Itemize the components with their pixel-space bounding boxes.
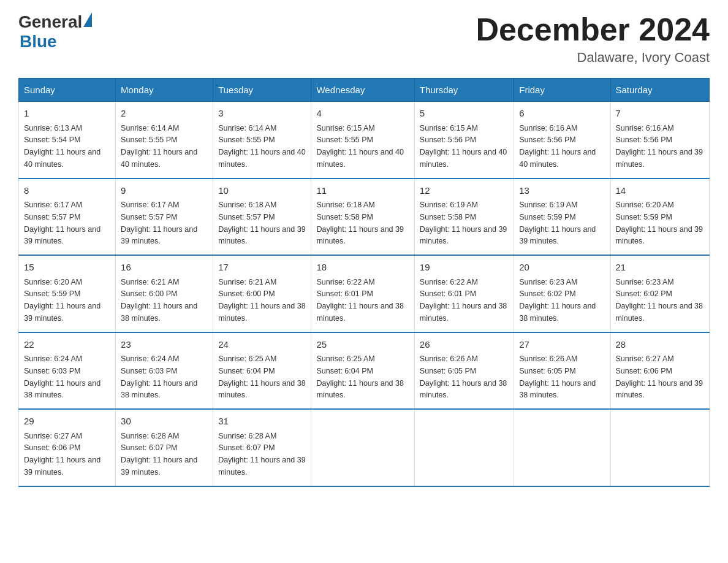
table-row: 20 Sunrise: 6:23 AMSunset: 6:02 PMDaylig… bbox=[514, 255, 610, 332]
day-number: 24 bbox=[218, 338, 306, 352]
day-info: Sunrise: 6:28 AMSunset: 6:07 PMDaylight:… bbox=[121, 432, 197, 477]
day-info: Sunrise: 6:26 AMSunset: 6:05 PMDaylight:… bbox=[519, 354, 596, 399]
day-info: Sunrise: 6:14 AMSunset: 5:55 PMDaylight:… bbox=[218, 124, 305, 169]
col-friday: Friday bbox=[514, 79, 610, 102]
day-number: 14 bbox=[616, 184, 705, 198]
day-info: Sunrise: 6:23 AMSunset: 6:02 PMDaylight:… bbox=[519, 278, 596, 323]
logo-general: General bbox=[18, 12, 82, 32]
day-number: 11 bbox=[316, 184, 409, 198]
calendar-week-row: 1 Sunrise: 6:13 AMSunset: 5:54 PMDayligh… bbox=[19, 102, 710, 178]
calendar-header-row: Sunday Monday Tuesday Wednesday Thursday… bbox=[19, 79, 710, 102]
day-number: 30 bbox=[121, 415, 208, 429]
table-row: 4 Sunrise: 6:15 AMSunset: 5:55 PMDayligh… bbox=[311, 102, 414, 178]
table-row: 15 Sunrise: 6:20 AMSunset: 5:59 PMDaylig… bbox=[19, 255, 116, 332]
day-info: Sunrise: 6:17 AMSunset: 5:57 PMDaylight:… bbox=[24, 201, 100, 245]
table-row: 24 Sunrise: 6:25 AMSunset: 6:04 PMDaylig… bbox=[213, 332, 311, 410]
day-number: 1 bbox=[24, 107, 110, 121]
table-row: 21 Sunrise: 6:23 AMSunset: 6:02 PMDaylig… bbox=[610, 255, 710, 332]
title-area: December 2024 Dalaware, Ivory Coast bbox=[476, 12, 710, 66]
day-info: Sunrise: 6:15 AMSunset: 5:55 PMDaylight:… bbox=[316, 124, 403, 169]
day-number: 23 bbox=[121, 338, 208, 352]
table-row: 2 Sunrise: 6:14 AMSunset: 5:55 PMDayligh… bbox=[116, 102, 213, 178]
table-row bbox=[514, 409, 610, 486]
day-number: 12 bbox=[420, 184, 509, 198]
table-row: 10 Sunrise: 6:18 AMSunset: 5:57 PMDaylig… bbox=[213, 178, 311, 256]
day-number: 3 bbox=[218, 107, 306, 121]
day-number: 26 bbox=[420, 338, 509, 352]
day-number: 25 bbox=[316, 338, 409, 352]
calendar-subtitle: Dalaware, Ivory Coast bbox=[476, 50, 710, 66]
table-row bbox=[610, 409, 710, 486]
day-info: Sunrise: 6:13 AMSunset: 5:54 PMDaylight:… bbox=[24, 124, 100, 169]
day-info: Sunrise: 6:20 AMSunset: 5:59 PMDaylight:… bbox=[616, 201, 703, 245]
col-tuesday: Tuesday bbox=[213, 79, 311, 102]
col-thursday: Thursday bbox=[414, 79, 514, 102]
calendar-week-row: 22 Sunrise: 6:24 AMSunset: 6:03 PMDaylig… bbox=[19, 332, 710, 410]
day-info: Sunrise: 6:18 AMSunset: 5:57 PMDaylight:… bbox=[218, 201, 305, 245]
day-number: 15 bbox=[24, 261, 110, 275]
table-row: 11 Sunrise: 6:18 AMSunset: 5:58 PMDaylig… bbox=[311, 178, 414, 256]
day-info: Sunrise: 6:18 AMSunset: 5:58 PMDaylight:… bbox=[316, 201, 403, 245]
day-info: Sunrise: 6:21 AMSunset: 6:00 PMDaylight:… bbox=[121, 278, 197, 323]
table-row: 30 Sunrise: 6:28 AMSunset: 6:07 PMDaylig… bbox=[116, 409, 213, 486]
day-number: 17 bbox=[218, 261, 306, 275]
day-number: 10 bbox=[218, 184, 306, 198]
day-info: Sunrise: 6:15 AMSunset: 5:56 PMDaylight:… bbox=[420, 124, 507, 169]
col-wednesday: Wednesday bbox=[311, 79, 414, 102]
logo: General Blue bbox=[18, 12, 92, 52]
table-row: 14 Sunrise: 6:20 AMSunset: 5:59 PMDaylig… bbox=[610, 178, 710, 256]
table-row: 1 Sunrise: 6:13 AMSunset: 5:54 PMDayligh… bbox=[19, 102, 116, 178]
day-info: Sunrise: 6:25 AMSunset: 6:04 PMDaylight:… bbox=[316, 354, 403, 399]
day-info: Sunrise: 6:27 AMSunset: 6:06 PMDaylight:… bbox=[24, 432, 100, 477]
table-row bbox=[311, 409, 414, 486]
day-info: Sunrise: 6:27 AMSunset: 6:06 PMDaylight:… bbox=[616, 354, 703, 399]
calendar-week-row: 29 Sunrise: 6:27 AMSunset: 6:06 PMDaylig… bbox=[19, 409, 710, 486]
day-info: Sunrise: 6:24 AMSunset: 6:03 PMDaylight:… bbox=[121, 354, 197, 399]
day-info: Sunrise: 6:20 AMSunset: 5:59 PMDaylight:… bbox=[24, 278, 100, 323]
calendar-body: 1 Sunrise: 6:13 AMSunset: 5:54 PMDayligh… bbox=[19, 102, 710, 486]
table-row: 17 Sunrise: 6:21 AMSunset: 6:00 PMDaylig… bbox=[213, 255, 311, 332]
day-number: 7 bbox=[616, 107, 705, 121]
col-saturday: Saturday bbox=[610, 79, 710, 102]
day-info: Sunrise: 6:17 AMSunset: 5:57 PMDaylight:… bbox=[121, 201, 197, 245]
day-number: 19 bbox=[420, 261, 509, 275]
day-info: Sunrise: 6:22 AMSunset: 6:01 PMDaylight:… bbox=[316, 278, 403, 323]
day-info: Sunrise: 6:24 AMSunset: 6:03 PMDaylight:… bbox=[24, 354, 100, 399]
col-monday: Monday bbox=[116, 79, 213, 102]
day-info: Sunrise: 6:16 AMSunset: 5:56 PMDaylight:… bbox=[616, 124, 703, 169]
table-row: 18 Sunrise: 6:22 AMSunset: 6:01 PMDaylig… bbox=[311, 255, 414, 332]
day-number: 20 bbox=[519, 261, 605, 275]
day-info: Sunrise: 6:19 AMSunset: 5:58 PMDaylight:… bbox=[420, 201, 507, 245]
day-info: Sunrise: 6:19 AMSunset: 5:59 PMDaylight:… bbox=[519, 201, 596, 245]
day-number: 21 bbox=[616, 261, 705, 275]
day-info: Sunrise: 6:21 AMSunset: 6:00 PMDaylight:… bbox=[218, 278, 305, 323]
table-row: 27 Sunrise: 6:26 AMSunset: 6:05 PMDaylig… bbox=[514, 332, 610, 410]
table-row: 29 Sunrise: 6:27 AMSunset: 6:06 PMDaylig… bbox=[19, 409, 116, 486]
day-number: 2 bbox=[121, 107, 208, 121]
day-number: 31 bbox=[218, 415, 306, 429]
day-info: Sunrise: 6:23 AMSunset: 6:02 PMDaylight:… bbox=[616, 278, 703, 323]
day-info: Sunrise: 6:14 AMSunset: 5:55 PMDaylight:… bbox=[121, 124, 197, 169]
day-number: 4 bbox=[316, 107, 409, 121]
day-number: 6 bbox=[519, 107, 605, 121]
day-number: 9 bbox=[121, 184, 208, 198]
page-header: General Blue December 2024 Dalaware, Ivo… bbox=[18, 12, 710, 66]
day-info: Sunrise: 6:16 AMSunset: 5:56 PMDaylight:… bbox=[519, 124, 596, 169]
table-row: 28 Sunrise: 6:27 AMSunset: 6:06 PMDaylig… bbox=[610, 332, 710, 410]
day-info: Sunrise: 6:22 AMSunset: 6:01 PMDaylight:… bbox=[420, 278, 507, 323]
day-number: 5 bbox=[420, 107, 509, 121]
table-row: 7 Sunrise: 6:16 AMSunset: 5:56 PMDayligh… bbox=[610, 102, 710, 178]
table-row bbox=[414, 409, 514, 486]
table-row: 5 Sunrise: 6:15 AMSunset: 5:56 PMDayligh… bbox=[414, 102, 514, 178]
day-info: Sunrise: 6:26 AMSunset: 6:05 PMDaylight:… bbox=[420, 354, 507, 399]
day-number: 8 bbox=[24, 184, 110, 198]
table-row: 22 Sunrise: 6:24 AMSunset: 6:03 PMDaylig… bbox=[19, 332, 116, 410]
logo-blue: Blue bbox=[20, 32, 57, 51]
table-row: 3 Sunrise: 6:14 AMSunset: 5:55 PMDayligh… bbox=[213, 102, 311, 178]
table-row: 13 Sunrise: 6:19 AMSunset: 5:59 PMDaylig… bbox=[514, 178, 610, 256]
day-number: 29 bbox=[24, 415, 110, 429]
day-number: 28 bbox=[616, 338, 705, 352]
day-number: 18 bbox=[316, 261, 409, 275]
table-row: 19 Sunrise: 6:22 AMSunset: 6:01 PMDaylig… bbox=[414, 255, 514, 332]
table-row: 31 Sunrise: 6:28 AMSunset: 6:07 PMDaylig… bbox=[213, 409, 311, 486]
